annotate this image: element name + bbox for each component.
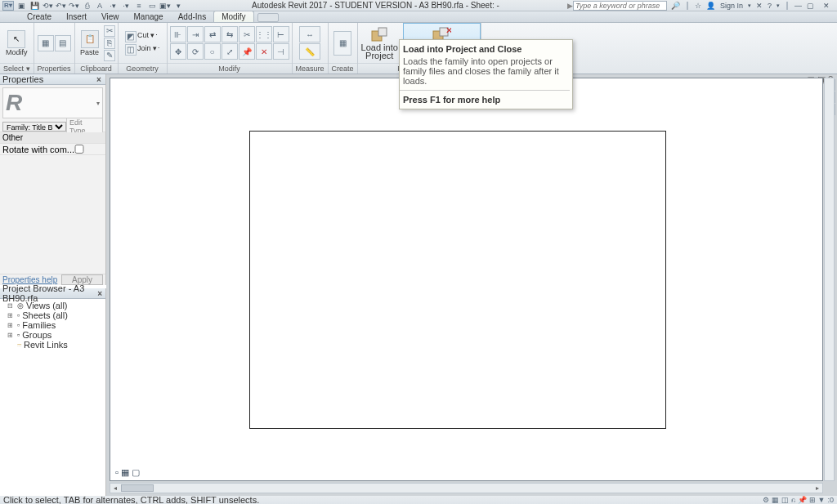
- minimize-button[interactable]: —: [794, 2, 803, 10]
- tree-node-families[interactable]: ⊞▫Families: [2, 320, 103, 330]
- app-menu-button[interactable]: R▾: [2, 1, 14, 11]
- window-icon[interactable]: ▭: [146, 1, 158, 11]
- measure-icon[interactable]: 📏: [299, 43, 320, 60]
- trim-icon[interactable]: ⊢: [273, 26, 289, 42]
- tooltip-title: Load into Project and Close: [403, 44, 566, 54]
- exchange-icon[interactable]: ✕: [755, 2, 763, 10]
- ribbon-group-select: ↖ Modify Select ▾: [0, 23, 34, 74]
- tab-manage[interactable]: Manage: [127, 11, 171, 22]
- vertical-scrollbar[interactable]: [824, 78, 835, 481]
- lookup-icon[interactable]: 🔎: [670, 2, 681, 10]
- tab-insert[interactable]: Insert: [59, 11, 94, 22]
- scroll-thumb[interactable]: [121, 484, 154, 492]
- mirror-axis-icon[interactable]: ⇄: [204, 26, 221, 42]
- detail-level-icon[interactable]: ▦: [121, 467, 129, 478]
- tab-addins[interactable]: Add-Ins: [171, 11, 213, 22]
- redo-icon[interactable]: ↷▾: [68, 1, 79, 11]
- scroll-right-icon[interactable]: ▸: [812, 484, 822, 493]
- worksets-icon[interactable]: ⚙: [763, 496, 769, 504]
- mirror-draw-icon[interactable]: ⇆: [222, 26, 238, 42]
- print-icon[interactable]: ⎙: [81, 1, 92, 11]
- project-browser-header: Project Browser - A3 BH90.rfa ×: [0, 288, 105, 299]
- join-geometry-button[interactable]: ◫Join ▾·: [125, 44, 159, 56]
- select-pinned-icon[interactable]: 📌: [798, 496, 807, 504]
- scale-control[interactable]: ▫: [115, 467, 119, 478]
- horizontal-scrollbar[interactable]: ◂ ▸: [110, 483, 823, 493]
- align-icon[interactable]: ≡: [133, 1, 145, 11]
- star-icon[interactable]: ☆: [694, 2, 702, 10]
- search-input[interactable]: [573, 1, 667, 11]
- split-icon[interactable]: ✂: [239, 26, 255, 42]
- copy-move-icon[interactable]: ○: [204, 43, 221, 60]
- filter-icon[interactable]: ▼: [818, 496, 826, 504]
- titlebar-right: 🔎 ☆ 👤 Sign In ▾ ✕ ? ▾ — ▢ ✕: [670, 2, 835, 10]
- open-icon[interactable]: ▣: [16, 1, 27, 11]
- properties-icon[interactable]: ▦: [38, 35, 54, 51]
- tab-view[interactable]: View: [94, 11, 127, 22]
- rotate-icon[interactable]: ⟳: [187, 43, 204, 60]
- offset-icon[interactable]: ⇥: [187, 26, 204, 42]
- save-icon[interactable]: 💾: [29, 1, 40, 11]
- spacer2-icon[interactable]: ·▾: [120, 1, 132, 11]
- type-selector[interactable]: R ▾: [2, 87, 103, 118]
- create-group-icon[interactable]: ▦: [333, 31, 351, 56]
- status-text: Click to select, TAB for alternates, CTR…: [3, 495, 259, 504]
- revit-logo-icon: R: [6, 90, 22, 116]
- drawing-area-wrap: — ▢ ▣ ? ▫ ▦ ▢ ⊚ 🔍 ✥ ◂ ▸: [106, 74, 837, 496]
- ribbon-group-modify: ⊪ ⇥ ⇄ ⇆ ✂ ⋮⋮ ⊢ ✥ ⟳ ○ ⤢ 📌 ✕ ⊣: [168, 23, 293, 74]
- close-button[interactable]: ✕: [818, 2, 835, 10]
- project-browser-tree[interactable]: ⊟◎Views (all) ⊞▫Sheets (all) ⊞▫Families …: [0, 299, 105, 351]
- select-links-icon[interactable]: ⎌: [791, 496, 795, 504]
- design-options-icon[interactable]: ◫: [781, 496, 789, 504]
- sync-icon[interactable]: ⟲▾: [42, 1, 53, 11]
- ribbon-group-create: ▦ Create: [329, 23, 358, 74]
- measure-icon[interactable]: A: [94, 1, 105, 11]
- signin-label[interactable]: Sign In: [719, 2, 744, 10]
- delete-icon[interactable]: ✕: [256, 43, 272, 60]
- select-elements-icon[interactable]: ⊞: [809, 496, 816, 504]
- extend-icon[interactable]: ⊣: [273, 43, 289, 60]
- paste-button[interactable]: 📋 Paste: [78, 29, 102, 58]
- tree-node-views[interactable]: ⊟◎Views (all): [2, 301, 103, 310]
- tree-node-revit-links[interactable]: ⎓Revit Links: [2, 340, 103, 350]
- type-properties-icon[interactable]: ▤: [55, 35, 71, 51]
- modify-tool-button[interactable]: ↖ Modify: [4, 29, 29, 58]
- tab-create[interactable]: Create: [20, 11, 59, 22]
- editable-only-icon[interactable]: ▦: [772, 496, 779, 504]
- copy-icon[interactable]: ⎘: [104, 38, 115, 49]
- tooltip: Load into Project and Close Loads the fa…: [399, 39, 573, 109]
- family-select[interactable]: Family: Title Blocks: [2, 122, 66, 132]
- cut-icon[interactable]: ✂: [104, 25, 115, 37]
- svg-rect-1: [378, 28, 387, 36]
- qat-dropdown-icon[interactable]: ▾: [172, 1, 184, 11]
- dimension-icon[interactable]: ↔: [299, 26, 320, 42]
- pin-icon[interactable]: 📌: [239, 43, 255, 60]
- ribbon-group-geometry: ◩Cut ▾· ◫Join ▾· Geometry: [119, 23, 168, 74]
- scroll-left-icon[interactable]: ◂: [110, 484, 120, 493]
- spacer-icon[interactable]: ·▾: [107, 1, 119, 11]
- cut-geometry-button[interactable]: ◩Cut ▾·: [125, 31, 159, 42]
- switch-icon[interactable]: ▣▾: [159, 1, 171, 11]
- filter-count: :0: [827, 496, 834, 504]
- tree-node-sheets[interactable]: ⊞▫Sheets (all): [2, 310, 103, 320]
- tab-modify[interactable]: Modify: [213, 11, 253, 22]
- family-selector-row: Family: Title Blocks Edit Type: [0, 121, 105, 132]
- load-into-project-button[interactable]: Load intoProject: [358, 23, 401, 63]
- properties-close-icon[interactable]: ×: [95, 75, 103, 84]
- match-icon[interactable]: ✎: [104, 50, 115, 61]
- tree-node-groups[interactable]: ⊞▫Groups: [2, 330, 103, 340]
- maximize-button[interactable]: ▢: [806, 2, 815, 10]
- ribbon-minimize-toggle[interactable]: [257, 13, 279, 22]
- align-icon[interactable]: ⊪: [170, 26, 186, 42]
- scale-icon[interactable]: ⤢: [222, 43, 238, 60]
- undo-icon[interactable]: ↶▾: [55, 1, 66, 11]
- svg-text:✕: ✕: [445, 26, 451, 35]
- visual-style-icon[interactable]: ▢: [132, 467, 140, 478]
- rotate-checkbox[interactable]: [74, 145, 84, 154]
- drawing-canvas[interactable]: ▫ ▦ ▢: [110, 78, 823, 481]
- array-icon[interactable]: ⋮⋮: [256, 26, 272, 42]
- move-icon[interactable]: ✥: [170, 43, 186, 60]
- help-icon[interactable]: ?: [767, 2, 772, 10]
- signin-icon[interactable]: 👤: [705, 2, 716, 10]
- project-browser-close-icon[interactable]: ×: [96, 289, 103, 298]
